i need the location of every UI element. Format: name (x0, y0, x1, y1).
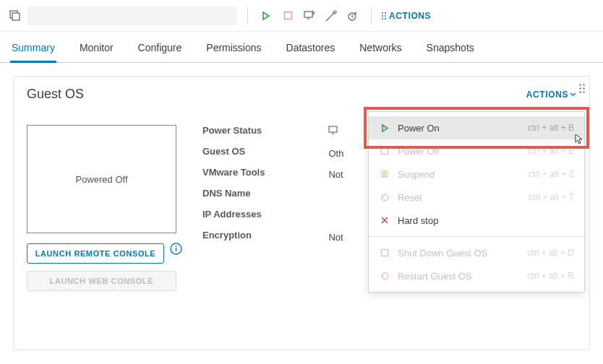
svg-rect-10 (382, 148, 388, 155)
value-guest-os: Oth (328, 148, 343, 159)
cursor-icon (572, 134, 583, 149)
menu-label: Power Off (398, 146, 521, 157)
label-guest-os: Guest OS (202, 146, 265, 157)
launch-web-console-button: LAUNCH WEB CONSOLE (27, 271, 176, 291)
svg-rect-11 (382, 171, 384, 177)
toolbar-actions-menu[interactable]: ACTIONS (382, 11, 431, 21)
menu-shortcut: ctrl + alt + B (528, 123, 574, 133)
pause-icon (379, 168, 390, 180)
svg-rect-1 (12, 13, 20, 20)
label-ip-addresses: IP Addresses (202, 209, 265, 220)
svg-rect-8 (176, 248, 176, 251)
menu-dots-icon (382, 12, 386, 20)
menu-label: Restart Guest OS (398, 271, 520, 282)
tab-summary[interactable]: Summary (10, 38, 56, 63)
menu-label: Suspend (398, 169, 521, 180)
value-dns (328, 190, 343, 201)
menu-separator (369, 236, 584, 237)
menu-shortcut: ctrl + alt + E (528, 146, 574, 156)
svg-rect-9 (329, 126, 337, 132)
label-vmware-tools: VMware Tools (202, 167, 265, 178)
property-values: Oth Not Not (328, 125, 343, 291)
reset-icon (379, 191, 390, 203)
vm-title-redacted (27, 6, 237, 25)
tab-snapshots[interactable]: Snapshots (425, 38, 476, 62)
launch-console-icon[interactable] (302, 8, 317, 24)
edit-settings-icon[interactable] (323, 8, 339, 24)
label-power-status: Power Status (202, 125, 265, 136)
tab-configure[interactable]: Configure (137, 38, 184, 62)
panel-actions-label: ACTIONS (526, 90, 568, 100)
guest-os-panel: Guest OS ACTIONS Powered Off LAUNCH REMO… (13, 76, 590, 350)
menu-item-power-on[interactable]: Power On ctrl + alt + B (369, 116, 584, 139)
separator (247, 7, 248, 25)
menu-label: Power On (398, 123, 521, 134)
console-thumbnail[interactable]: Powered Off (27, 125, 176, 233)
svg-rect-3 (304, 12, 312, 17)
tab-networks[interactable]: Networks (358, 38, 403, 62)
stop-icon (379, 145, 390, 157)
menu-item-reset: Reset ctrl + alt + T (369, 186, 584, 209)
menu-item-shutdown-guest: Shut Down Guest OS ctrl + alt + D (369, 241, 584, 264)
info-icon[interactable] (170, 243, 182, 255)
menu-shortcut: ctrl + alt + T (529, 192, 574, 202)
snapshot-icon[interactable] (345, 8, 361, 24)
vm-icon (9, 9, 22, 22)
panel-drag-handle-icon[interactable] (579, 84, 585, 93)
svg-rect-12 (385, 171, 388, 177)
menu-label: Shut Down Guest OS (398, 248, 520, 259)
svg-point-7 (176, 246, 177, 247)
property-labels: Power Status Guest OS VMware Tools DNS N… (202, 125, 265, 291)
tab-bar: Summary Monitor Configure Permissions Da… (0, 32, 603, 63)
label-dns-name: DNS Name (202, 188, 265, 199)
svg-rect-2 (284, 12, 291, 20)
svg-rect-13 (382, 250, 388, 256)
power-state-text: Powered Off (75, 174, 127, 185)
menu-item-power-off: Power Off ctrl + alt + E (369, 139, 584, 162)
label-encryption: Encryption (202, 230, 265, 240)
chevron-down-icon (570, 91, 576, 98)
tab-datastores[interactable]: Datastores (285, 38, 337, 62)
tab-permissions[interactable]: Permissions (205, 38, 262, 62)
panel-title: Guest OS (27, 87, 84, 102)
power-actions-menu: Power On ctrl + alt + B Power Off ctrl +… (368, 111, 585, 292)
x-icon (379, 214, 390, 226)
play-icon (379, 122, 390, 134)
menu-item-suspend: Suspend ctrl + alt + Z (369, 162, 584, 186)
menu-item-restart-guest: Restart Guest OS ctrl + alt + R (369, 264, 584, 287)
toolbar-actions-label: ACTIONS (389, 11, 431, 21)
menu-label: Hard stop (398, 215, 567, 226)
menu-shortcut: ctrl + alt + Z (529, 169, 574, 179)
power-on-icon[interactable] (258, 8, 274, 24)
panel-actions-dropdown[interactable]: ACTIONS (526, 90, 576, 100)
tab-monitor[interactable]: Monitor (78, 38, 115, 62)
value-encryption: Not (328, 232, 343, 243)
value-vmware-tools: Not (328, 169, 343, 180)
menu-item-hard-stop[interactable]: Hard stop (369, 209, 584, 232)
menu-label: Reset (398, 192, 521, 203)
launch-remote-console-button[interactable]: LAUNCH REMOTE CONSOLE (27, 243, 164, 264)
menu-shortcut: ctrl + alt + D (527, 248, 574, 258)
stop-outline-icon (379, 247, 390, 259)
separator (371, 7, 372, 25)
menu-shortcut: ctrl + alt + R (527, 271, 574, 281)
power-off-icon[interactable] (280, 8, 296, 24)
value-ip (328, 211, 343, 222)
top-toolbar: ACTIONS (0, 0, 603, 32)
reset-icon (379, 270, 390, 282)
power-status-icon (328, 125, 339, 138)
